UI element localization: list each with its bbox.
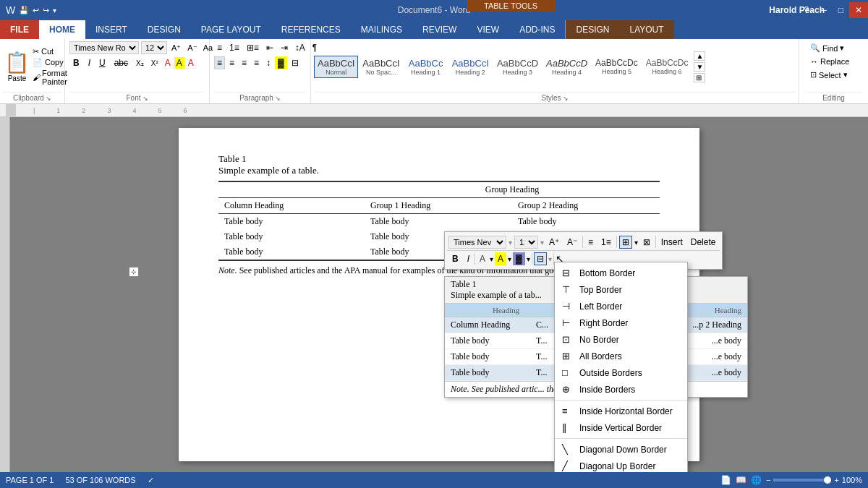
tab-page-layout[interactable]: PAGE LAYOUT [191,20,271,39]
underline-button[interactable]: U [95,56,109,69]
float-font-color[interactable]: A [477,252,488,265]
float-italic[interactable]: I [464,252,473,265]
superscript-button[interactable]: X² [148,58,161,69]
cut-button[interactable]: ✂ Cut [33,47,67,56]
style-heading1[interactable]: AaBbCc Heading 1 [404,56,448,78]
tab-mailings[interactable]: MAILINGS [351,20,412,39]
align-center-button[interactable]: ≡ [226,56,237,69]
insert-table-text[interactable]: Insert [658,236,686,248]
tab-add-ins[interactable]: ADD-INS [509,20,565,39]
delete-table-text[interactable]: Delete [688,236,719,248]
border-menu-item-diag-down[interactable]: ╲ Diagonal Down Border [555,441,687,458]
save-icon[interactable]: 💾 [19,6,29,15]
border-menu-item-inside-h[interactable]: ≡ Inside Horizontal Border [555,403,687,419]
font-color2-button[interactable]: A [186,57,196,69]
border-menu-item-outside[interactable]: □ Outside Borders [555,364,687,381]
strikethrough-button[interactable]: abc [111,56,132,69]
multilevel-list-button[interactable]: ⊞≡ [244,41,262,54]
style-normal[interactable]: AaBbCcI Normal [314,56,358,78]
tab-insert[interactable]: INSERT [85,20,137,39]
sort-button[interactable]: ↕A [292,41,308,54]
float-bullets[interactable]: ≡ [585,236,596,249]
shading-button[interactable]: ▓ [275,56,287,69]
font-name-selector[interactable]: Times New Ro [69,41,139,54]
table-move-handle[interactable]: ⊹ [129,267,139,277]
style-heading3[interactable]: AaBbCcD Heading 3 [493,56,542,78]
style-no-spacing[interactable]: AaBbCcI No Spac... [359,56,403,78]
view-read-icon[interactable]: 📖 [736,475,746,485]
float-font-selector[interactable]: Times Nev [448,236,506,249]
font-size-selector[interactable]: 12 [141,41,167,54]
border-menu-item-left[interactable]: ⊣ Left Border [555,298,687,314]
close-button[interactable]: ✕ [849,2,868,18]
find-button[interactable]: 🔍 Find ▾ [805,41,862,55]
tab-review[interactable]: REVIEW [412,20,467,39]
tab-table-layout[interactable]: LAYOUT [619,20,673,39]
styles-scroll-down[interactable]: ▼ [694,62,705,72]
numbering-button[interactable]: 1≡ [226,41,242,54]
align-left-button[interactable]: ≡ [214,56,225,69]
float-shading[interactable]: ▓ [513,252,525,265]
tab-design[interactable]: DESIGN [137,20,191,39]
decrease-font-button[interactable]: A⁻ [185,42,199,54]
zoom-slider-track[interactable] [773,479,831,481]
border-menu-item-all[interactable]: ⊞ All Borders [555,348,687,364]
styles-expand[interactable]: ⊞ [694,73,705,82]
proofing-icon[interactable]: ✓ [148,476,154,485]
border-menu-item-inside-v[interactable]: ‖ Inside Vertical Border [555,419,687,436]
style-heading2[interactable]: AaBbCcI Heading 2 [448,56,493,78]
bullets-button[interactable]: ≡ [214,41,225,54]
float-highlight[interactable]: A [495,252,506,265]
paste-button[interactable]: 📋 Paste [3,41,31,92]
copy-button[interactable]: 📄 Copy [33,58,67,67]
float-border-btn[interactable]: ⊟ [534,252,547,265]
style-heading5[interactable]: AaBbCcDc Heading 5 [592,56,642,77]
tab-references[interactable]: REFERENCES [271,20,351,39]
decrease-indent-button[interactable]: ⇤ [263,41,276,54]
border-menu-item-no[interactable]: ⊡ No Border [555,331,687,348]
undo-icon[interactable]: ↩ [33,6,39,15]
style-heading6[interactable]: AaBbCcDc Heading 6 [642,56,692,77]
redo-icon[interactable]: ↪ [43,6,49,15]
view-web-icon[interactable]: 🌐 [751,475,762,485]
tab-file[interactable]: FILE [0,20,39,39]
border-menu-item-inside[interactable]: ⊕ Inside Borders [555,381,687,398]
float-shrink-font[interactable]: A⁻ [564,236,580,249]
zoom-out-button[interactable]: − [766,476,770,484]
tab-table-design[interactable]: DESIGN [565,20,619,39]
italic-button[interactable]: I [85,56,94,69]
float-grow-font[interactable]: A⁺ [546,236,562,249]
qat-dropdown[interactable]: ▾ [53,7,56,14]
replace-button[interactable]: ↔ Replace [805,55,862,68]
style-heading4[interactable]: AaBbCcD Heading 4 [542,56,591,78]
borders-button[interactable]: ⊟ [289,56,302,69]
format-painter-button[interactable]: 🖌 Format Painter [33,69,67,86]
help-button[interactable]: ? [799,2,815,18]
minimize-button[interactable]: ─ [814,2,833,18]
zoom-in-button[interactable]: + [834,476,838,484]
subscript-button[interactable]: X₂ [133,58,147,69]
align-right-button[interactable]: ≡ [239,56,250,69]
font-color-button[interactable]: A [163,57,173,69]
float-numbering[interactable]: 1≡ [598,236,614,249]
bold-button[interactable]: B [69,56,83,69]
styles-scroll-up[interactable]: ▲ [694,51,705,61]
tab-home[interactable]: HOME [39,20,85,39]
maximize-button[interactable]: □ [833,2,849,18]
float-table-borders[interactable]: ⊞ [619,236,632,249]
increase-indent-button[interactable]: ⇥ [278,41,291,54]
border-menu-item-diag-up[interactable]: ╱ Diagonal Up Border [555,458,687,472]
increase-font-button[interactable]: A⁺ [169,42,183,54]
highlight-button[interactable]: A [174,57,184,69]
view-print-icon[interactable]: 📄 [720,475,731,485]
select-button[interactable]: ⊡ Select ▾ [805,68,862,82]
border-menu-item-right[interactable]: ⊢ Right Border [555,314,687,331]
border-menu-item-bottom[interactable]: ⊟ Bottom Border [555,265,687,281]
tab-view[interactable]: VIEW [467,20,509,39]
float-size-selector[interactable]: 12 [514,236,538,249]
float-eraser[interactable]: ⊠ [640,236,653,249]
float-bold[interactable]: B [448,252,462,265]
border-menu-item-top[interactable]: ⊤ Top Border [555,281,687,298]
line-spacing-button[interactable]: ↕ [263,56,273,69]
justify-button[interactable]: ≡ [251,56,262,69]
